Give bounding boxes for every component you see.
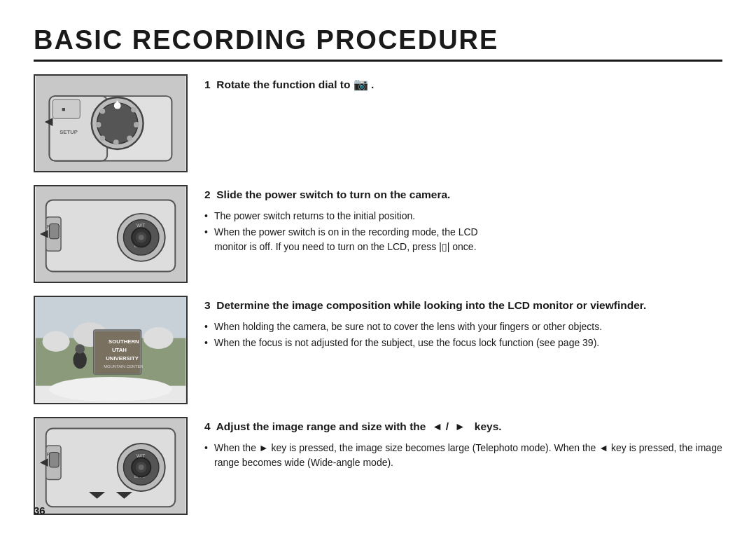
- step-2-number: 2: [204, 188, 216, 200]
- svg-point-45: [75, 344, 85, 354]
- step-4-diagram: Power W/T BP/AF: [35, 418, 186, 514]
- step-3-bullet-1: When holding the camera, be sure not to …: [204, 319, 722, 334]
- step-1-image: SETUP ■: [34, 74, 188, 172]
- step-2-text: 2 Slide the power switch to turn on the …: [204, 185, 722, 256]
- step-3-image: SOUTHERN UTAH UNIVERSITY MOUNTAIN CENTER: [34, 296, 188, 404]
- svg-text:UTAH: UTAH: [112, 347, 127, 353]
- svg-text:SETUP: SETUP: [59, 129, 78, 135]
- step-1-row: SETUP ■ 1 Rotate the function dial to 📷 …: [34, 74, 722, 172]
- step-1-heading: 1 Rotate the function dial to 📷 .: [204, 77, 722, 92]
- step-4-bullet-1: When the ► key is pressed, the image siz…: [204, 441, 722, 470]
- svg-point-59: [139, 465, 144, 470]
- step-3-row: SOUTHERN UTAH UNIVERSITY MOUNTAIN CENTER…: [34, 296, 722, 404]
- svg-rect-22: [50, 224, 59, 238]
- step-3-text: 3 Determine the image composition while …: [204, 296, 722, 352]
- step-1-number: 1: [204, 78, 216, 90]
- svg-point-35: [43, 331, 70, 352]
- step-3-bullets: When holding the camera, be sure not to …: [204, 319, 722, 352]
- step-2-bullet-1: The power switch returns to the initial …: [204, 209, 722, 224]
- svg-text:UNIVERSITY: UNIVERSITY: [106, 355, 139, 362]
- step-4-image: Power W/T BP/AF: [34, 417, 188, 515]
- svg-rect-51: [50, 453, 59, 467]
- svg-point-8: [127, 135, 132, 141]
- page-title: BASIC RECORDING PROCEDURE: [34, 25, 722, 55]
- svg-point-30: [139, 235, 144, 240]
- step-4-heading: 4 Adjust the image range and size with t…: [204, 420, 722, 434]
- svg-point-10: [99, 135, 105, 141]
- page-number: 36: [34, 504, 46, 516]
- svg-point-9: [113, 139, 119, 145]
- step-2-row: Power W/T BP/AF 2: [34, 185, 722, 283]
- svg-text:MOUNTAIN CENTER: MOUNTAIN CENTER: [104, 364, 143, 369]
- step-2-bullet-2: When the power switch is on in the recor…: [204, 225, 722, 254]
- svg-point-12: [99, 109, 105, 114]
- svg-text:SOUTHERN: SOUTHERN: [108, 338, 139, 345]
- step-2-diagram: Power W/T BP/AF: [35, 186, 186, 282]
- svg-point-46: [49, 377, 172, 401]
- step-4-text: 4 Adjust the image range and size with t…: [204, 417, 722, 472]
- step-1-diagram: SETUP ■: [35, 76, 186, 171]
- svg-rect-15: [52, 99, 80, 118]
- step-3-number: 3: [204, 299, 216, 311]
- step-3-diagram: SOUTHERN UTAH UNIVERSITY MOUNTAIN CENTER: [35, 297, 186, 403]
- title-divider: [34, 60, 722, 62]
- svg-point-37: [144, 327, 174, 349]
- svg-text:■: ■: [62, 106, 65, 113]
- step-1-camera-icon: 📷: [354, 78, 368, 91]
- step-4-number: 4: [204, 420, 216, 432]
- svg-point-11: [96, 122, 102, 128]
- step-4-bullets: When the ► key is pressed, the image siz…: [204, 441, 722, 472]
- svg-point-7: [134, 122, 139, 128]
- step-4-row: Power W/T BP/AF: [34, 417, 722, 515]
- step-2-heading: 2 Slide the power switch to turn on the …: [204, 188, 722, 202]
- step-2-bullets: The power switch returns to the initial …: [204, 209, 722, 256]
- content-area: SETUP ■ 1 Rotate the function dial to 📷 …: [34, 74, 722, 515]
- step-1-text: 1 Rotate the function dial to 📷 .: [204, 74, 722, 95]
- svg-text:W/T: W/T: [136, 223, 145, 228]
- step-3-heading: 3 Determine the image composition while …: [204, 298, 722, 312]
- svg-point-6: [131, 107, 136, 113]
- page-container: BASIC RECORDING PROCEDURE: [0, 0, 756, 536]
- step-2-image: Power W/T BP/AF: [34, 185, 188, 283]
- step-3-bullet-2: When the focus is not adjusted for the s…: [204, 336, 722, 350]
